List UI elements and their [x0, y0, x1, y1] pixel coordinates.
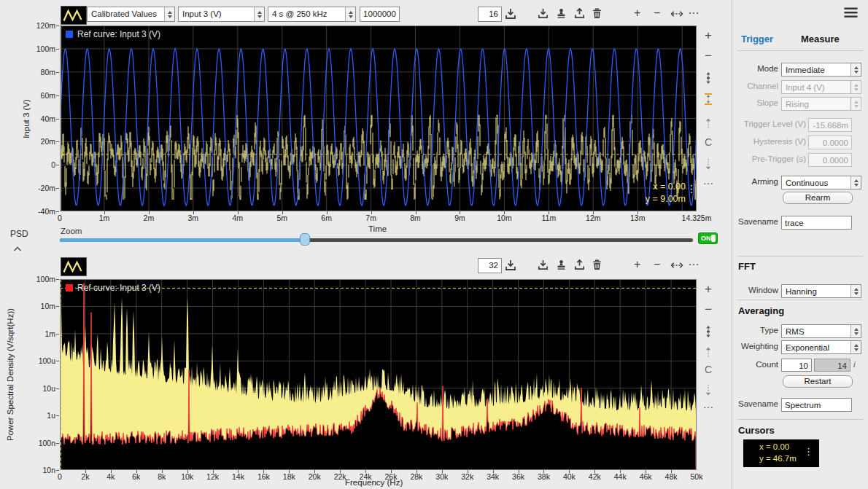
minus-button[interactable]: −	[701, 305, 716, 315]
download-icon[interactable]	[537, 7, 549, 20]
timespan-select-spinner[interactable]	[345, 7, 355, 21]
x-tick: 12m	[571, 214, 615, 222]
avg-weighting-select-spinner[interactable]	[850, 341, 861, 353]
tab-trigger[interactable]: Trigger	[741, 34, 773, 44]
source-select[interactable]: Calibrated Values	[87, 7, 175, 22]
center-button[interactable]: C	[701, 364, 716, 375]
cursors-kebab-icon[interactable]: ⋮	[804, 446, 813, 458]
x-tick-mark	[314, 470, 315, 473]
download-history-icon[interactable]	[504, 259, 517, 272]
tab-measure[interactable]: Measure	[801, 34, 840, 44]
minus-button[interactable]: −	[701, 51, 716, 61]
savename-trace-input[interactable]: trace	[781, 216, 852, 230]
plus-button[interactable]: +	[634, 7, 640, 19]
y-tick-mark	[56, 165, 59, 165]
download-icon[interactable]	[537, 259, 549, 271]
savename-spectrum-input[interactable]: Spectrum	[781, 398, 852, 412]
y-tick: 1u	[26, 411, 55, 420]
channel-select-spinner[interactable]	[254, 7, 264, 21]
x-tick-mark	[238, 211, 239, 214]
fft-divider	[737, 256, 863, 257]
x-tick-mark	[238, 470, 239, 473]
history-count-field[interactable]: 32	[478, 258, 502, 273]
minus-button[interactable]: −	[654, 7, 660, 19]
spinner-up-icon	[854, 101, 859, 103]
pre-trigger-label: Pre-Trigger (s)	[752, 154, 806, 163]
avg-weighting-select[interactable]: Exponential	[781, 340, 861, 354]
trash-icon[interactable]	[591, 259, 603, 271]
y-tick-mark	[56, 72, 59, 73]
x-tick-mark	[504, 211, 505, 214]
hamburger-menu-icon[interactable]	[843, 7, 859, 18]
scope-cursor-readout[interactable]: x = 0.00 y = 9.00m	[554, 181, 686, 206]
arming-select-spinner[interactable]	[850, 176, 861, 189]
more-button[interactable]: …	[688, 4, 700, 16]
fft-window-select-spinner[interactable]	[850, 285, 861, 297]
autoscale-icon[interactable]	[703, 325, 713, 338]
fit-icon[interactable]	[703, 93, 713, 106]
x-tick: 13m	[616, 214, 659, 222]
pan-down-icon[interactable]	[703, 383, 713, 396]
more-button[interactable]: …	[701, 399, 716, 410]
record-length-field[interactable]: 1000000	[360, 7, 400, 22]
mode-select-value: Immediate	[782, 63, 850, 76]
channel-select[interactable]: Input 3 (V)	[178, 7, 265, 22]
span-arrows-icon[interactable]	[670, 260, 684, 270]
span-arrows-icon[interactable]	[670, 9, 684, 19]
mode-select-spinner[interactable]	[850, 63, 861, 76]
avg-count-field[interactable]: 10	[781, 359, 812, 372]
upload-icon[interactable]	[573, 259, 586, 271]
stamp-icon[interactable]	[555, 7, 567, 20]
trash-icon[interactable]	[591, 7, 603, 20]
waveform-display-icon[interactable]	[61, 257, 87, 276]
psd-plot-canvas[interactable]	[60, 279, 697, 470]
spinner-up-icon	[854, 328, 859, 331]
history-count-field[interactable]: 16	[478, 7, 502, 22]
more-button[interactable]: …	[688, 256, 700, 267]
autoscale-icon[interactable]	[703, 71, 713, 85]
more-button[interactable]: …	[701, 176, 716, 186]
x-tick: 50k	[675, 472, 718, 481]
plus-button[interactable]: +	[634, 259, 640, 270]
spinner-up-icon	[854, 288, 859, 291]
cursors-readout-box[interactable]: x = 0.00 y = 46.7m ⋮	[743, 439, 819, 467]
channel-select-spinner	[850, 81, 861, 93]
avg-type-select-spinner[interactable]	[850, 325, 861, 337]
chevron-up-icon[interactable]	[13, 241, 22, 246]
fft-window-select[interactable]: Hanning	[781, 284, 861, 298]
avg-type-select[interactable]: RMS	[781, 324, 861, 338]
timespan-select[interactable]: 4 s @ 250 kHz	[268, 7, 356, 22]
arming-select[interactable]: Continuous	[781, 176, 861, 189]
zoom-on-toggle[interactable]: ON	[698, 232, 718, 244]
zoom-slider-handle[interactable]	[300, 233, 310, 246]
scope-cursor-kebab-icon[interactable]: ⋮	[686, 183, 697, 195]
arming-label: Arming	[752, 177, 778, 186]
stamp-icon[interactable]	[555, 259, 567, 271]
minus-button[interactable]: −	[654, 259, 660, 270]
x-tick: 10m	[482, 214, 526, 222]
pan-down-icon[interactable]	[703, 157, 713, 171]
mode-select[interactable]: Immediate	[781, 63, 861, 77]
y-tick-mark	[56, 470, 59, 471]
x-tick-mark	[365, 470, 366, 473]
psd-collapse[interactable]: PSD	[10, 229, 28, 239]
pan-up-icon[interactable]	[703, 117, 713, 130]
y-tick-mark	[56, 415, 59, 416]
restart-button[interactable]: Restart	[783, 375, 853, 388]
pan-up-icon[interactable]	[703, 346, 713, 359]
x-tick-mark	[519, 470, 519, 473]
plus-button[interactable]: +	[701, 31, 716, 41]
y-tick-mark	[56, 279, 59, 280]
x-tick: 14.325m	[675, 214, 718, 222]
savename-spectrum-label: Savename	[738, 399, 778, 408]
upload-icon[interactable]	[573, 7, 586, 20]
y-tick-mark	[56, 443, 59, 444]
center-button[interactable]: C	[701, 137, 716, 147]
plus-button[interactable]: +	[701, 284, 716, 294]
waveform-display-icon[interactable]	[61, 6, 87, 25]
rearm-button[interactable]: Rearm	[783, 192, 853, 204]
mode-label: Mode	[757, 64, 778, 73]
download-history-icon[interactable]	[504, 7, 517, 20]
slope-select-value: Rising	[782, 98, 850, 110]
source-select-spinner[interactable]	[164, 7, 174, 21]
